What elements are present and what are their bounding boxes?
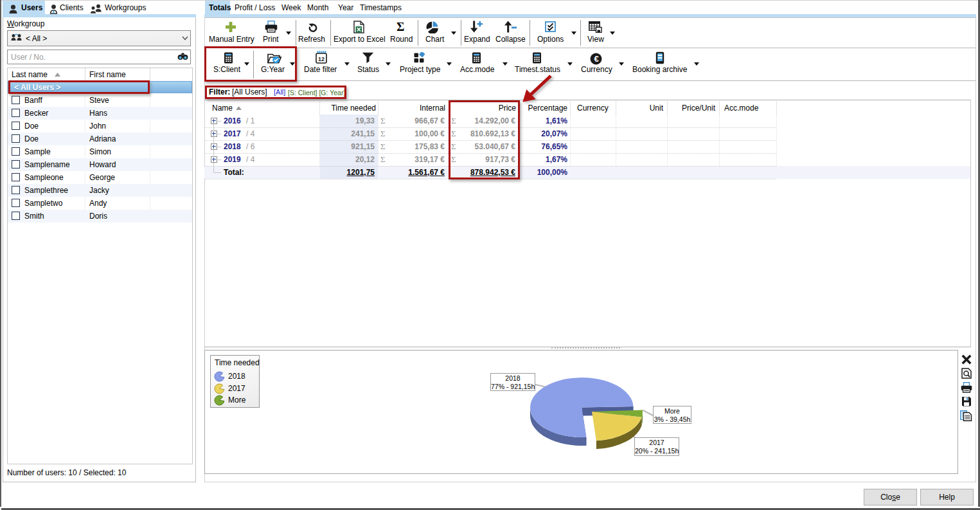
svg-text:€: € <box>594 54 599 64</box>
svg-text:12: 12 <box>318 56 325 62</box>
